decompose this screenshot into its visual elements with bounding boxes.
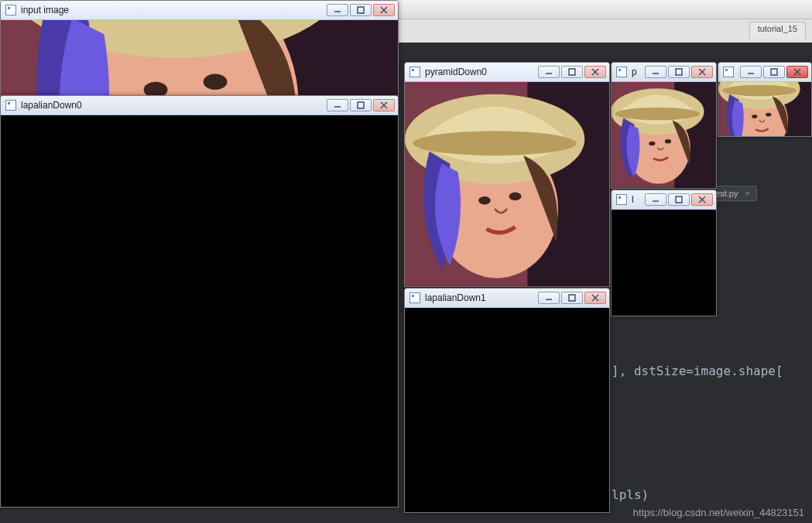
window-lap2[interactable]: l bbox=[611, 190, 717, 316]
close-icon bbox=[591, 68, 599, 76]
laplacian-image bbox=[405, 308, 609, 512]
ide-run-config-tab[interactable]: tutorial_15 bbox=[749, 22, 806, 39]
maximize-button[interactable] bbox=[668, 193, 690, 206]
minimize-icon bbox=[545, 68, 553, 76]
close-icon bbox=[380, 6, 388, 14]
window-pyr1[interactable]: p bbox=[611, 62, 717, 189]
window-content bbox=[1, 115, 398, 507]
close-icon bbox=[793, 68, 801, 76]
window-content bbox=[612, 210, 716, 316]
minimize-button[interactable] bbox=[327, 99, 348, 111]
titlebar[interactable] bbox=[718, 63, 811, 82]
minimize-icon bbox=[652, 68, 660, 76]
minimize-icon bbox=[545, 294, 553, 302]
minimize-button[interactable] bbox=[740, 66, 762, 78]
window-title: p bbox=[632, 67, 645, 77]
close-button[interactable] bbox=[584, 66, 606, 78]
window-title: l bbox=[632, 194, 645, 205]
app-icon bbox=[723, 67, 734, 77]
close-button[interactable] bbox=[584, 292, 606, 304]
close-icon bbox=[698, 196, 706, 203]
maximize-icon bbox=[357, 101, 365, 109]
minimize-button[interactable] bbox=[327, 4, 348, 16]
minimize-icon bbox=[747, 68, 755, 76]
app-icon bbox=[5, 100, 16, 111]
window-title: lapalianDown0 bbox=[21, 100, 327, 111]
watermark: https://blog.csdn.net/weixin_44823151 bbox=[633, 507, 804, 518]
close-icon bbox=[380, 101, 388, 109]
close-button[interactable] bbox=[691, 193, 713, 206]
close-button[interactable] bbox=[373, 99, 395, 111]
maximize-button[interactable] bbox=[561, 292, 583, 304]
app-icon bbox=[616, 67, 627, 77]
close-icon[interactable]: × bbox=[745, 189, 749, 198]
code-line: ], dstSize=image.shape[ bbox=[612, 359, 783, 384]
app-icon bbox=[409, 292, 420, 303]
window-content bbox=[405, 82, 609, 286]
minimize-button[interactable] bbox=[538, 292, 560, 304]
titlebar[interactable]: lapalianDown1 bbox=[405, 289, 609, 308]
window-title: pyramidDown0 bbox=[425, 67, 538, 77]
close-button[interactable] bbox=[691, 66, 713, 78]
window-title: input image bbox=[21, 5, 327, 15]
lena-image bbox=[612, 82, 716, 188]
titlebar[interactable]: p bbox=[612, 63, 716, 82]
window-pyr0[interactable]: pyramidDown0 bbox=[404, 62, 610, 287]
minimize-button[interactable] bbox=[645, 66, 666, 78]
minimize-button[interactable] bbox=[538, 66, 560, 78]
minimize-icon bbox=[334, 101, 341, 109]
maximize-button[interactable] bbox=[561, 66, 583, 78]
app-icon bbox=[5, 5, 16, 15]
lena-image bbox=[1, 20, 398, 96]
maximize-button[interactable] bbox=[350, 4, 372, 16]
app-icon bbox=[616, 194, 627, 205]
window-lap1[interactable]: lapalianDown1 bbox=[404, 288, 610, 513]
maximize-button[interactable] bbox=[763, 66, 785, 78]
laplacian-image bbox=[612, 210, 716, 316]
maximize-button[interactable] bbox=[350, 99, 372, 111]
code-line: lpls) bbox=[612, 483, 783, 508]
close-button[interactable] bbox=[786, 66, 808, 78]
maximize-icon bbox=[568, 294, 576, 302]
close-button[interactable] bbox=[373, 4, 395, 16]
laplacian-image bbox=[1, 115, 398, 507]
window-content bbox=[612, 82, 716, 188]
maximize-icon bbox=[675, 68, 683, 76]
window-pyr2[interactable] bbox=[718, 62, 812, 137]
maximize-icon bbox=[357, 6, 365, 14]
titlebar[interactable]: lapalianDown0 bbox=[1, 96, 398, 115]
maximize-button[interactable] bbox=[668, 66, 690, 78]
maximize-icon bbox=[675, 196, 683, 203]
window-content bbox=[1, 20, 398, 96]
window-title: lapalianDown1 bbox=[425, 292, 538, 303]
app-icon bbox=[409, 67, 420, 77]
ide-tab-strip: tutorial_15 bbox=[749, 22, 806, 39]
lena-image bbox=[718, 82, 811, 136]
minimize-icon bbox=[334, 6, 341, 14]
titlebar[interactable]: pyramidDown0 bbox=[405, 63, 609, 82]
titlebar[interactable]: l bbox=[612, 190, 716, 210]
window-content bbox=[718, 82, 811, 136]
ide-code-area: ], dstSize=image.shape[ lpls) [i], pyram… bbox=[612, 309, 783, 523]
minimize-button[interactable] bbox=[645, 193, 666, 206]
maximize-icon bbox=[568, 68, 576, 76]
minimize-icon bbox=[652, 196, 660, 203]
titlebar[interactable]: input image bbox=[1, 1, 398, 20]
window-lap0[interactable]: lapalianDown0 bbox=[0, 95, 399, 508]
window-content bbox=[405, 308, 609, 512]
close-icon bbox=[698, 68, 706, 76]
window-input[interactable]: input image bbox=[0, 0, 399, 97]
lena-image bbox=[405, 82, 609, 286]
close-icon bbox=[591, 294, 599, 302]
maximize-icon bbox=[770, 68, 778, 76]
